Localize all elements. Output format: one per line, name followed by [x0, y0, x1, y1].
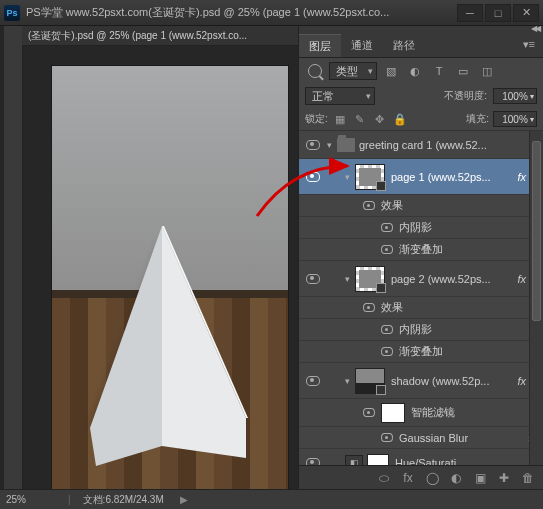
photoshop-app-icon: Ps [4, 5, 20, 21]
fill-input[interactable]: 100% [493, 111, 537, 127]
work-area: (圣诞贺卡).psd @ 25% (page 1 (www.52psxt.co.… [0, 26, 543, 489]
layer-thumbnail[interactable] [355, 266, 385, 292]
status-bar: 25% | 文档:6.82M/24.3M ▶ [0, 489, 543, 509]
link-layers-icon[interactable]: ⬭ [373, 469, 395, 487]
layer-mask-icon[interactable]: ◯ [421, 469, 443, 487]
filter-type-icon[interactable]: T [429, 62, 449, 80]
fx-row-gradient-overlay[interactable]: 渐变叠加 [299, 341, 543, 363]
visibility-eye-icon[interactable] [306, 376, 320, 386]
visibility-eye-icon[interactable] [381, 347, 393, 356]
tab-paths[interactable]: 路径 [383, 34, 425, 57]
document-size[interactable]: 文档:6.82M/24.3M [83, 493, 164, 507]
fill-label: 填充: [466, 112, 489, 126]
smart-object-badge-icon [376, 283, 386, 293]
adjustment-icon[interactable]: ◧ [345, 455, 363, 466]
fx-row-effects[interactable]: 效果 [299, 195, 543, 217]
layer-row-shadow[interactable]: ▾ shadow (www.52p... fx ˄ [299, 363, 543, 399]
effect-label: 内阴影 [399, 220, 432, 235]
fx-badge[interactable]: fx [517, 273, 526, 285]
layer-thumbnail[interactable] [355, 164, 385, 190]
lock-row: 锁定: ▦ ✎ ✥ 🔒 填充: 100% [299, 108, 543, 131]
lock-transparency-icon[interactable]: ▦ [332, 111, 348, 127]
fx-badge[interactable]: fx [517, 375, 526, 387]
layer-mask-thumbnail[interactable] [367, 454, 389, 466]
document-canvas[interactable] [52, 66, 288, 489]
visibility-eye-icon[interactable] [363, 201, 375, 210]
layer-thumbnail[interactable] [355, 368, 385, 394]
filter-adjust-icon[interactable]: ◐ [405, 62, 425, 80]
new-layer-icon[interactable]: ✚ [493, 469, 515, 487]
filter-row-gaussian[interactable]: Gaussian Blur ⚌ [299, 427, 543, 449]
disclosure-arrow-icon[interactable]: ▾ [327, 140, 337, 150]
layer-style-icon[interactable]: fx [397, 469, 419, 487]
filter-smart-icon[interactable]: ◫ [477, 62, 497, 80]
visibility-eye-icon[interactable] [306, 172, 320, 182]
window-titlebar: Ps PS学堂 www.52psxt.com(圣诞贺卡).psd @ 25% (… [0, 0, 543, 26]
panel-menu-icon[interactable]: ▾≡ [515, 34, 543, 57]
maximize-button[interactable]: □ [485, 4, 511, 22]
effect-label: 渐变叠加 [399, 242, 443, 257]
status-menu-arrow-icon[interactable]: ▶ [180, 494, 188, 505]
lock-pixels-icon[interactable]: ✎ [352, 111, 368, 127]
lock-all-icon[interactable]: 🔒 [392, 111, 408, 127]
layer-list: ▾ greeting card 1 (www.52... ▾ page 1 (w… [299, 131, 543, 465]
layer-label: page 2 (www.52ps... [391, 273, 515, 285]
layer-group-row[interactable]: ▾ greeting card 1 (www.52... [299, 131, 543, 159]
fx-row-inner-shadow[interactable]: 内阴影 [299, 319, 543, 341]
new-group-icon[interactable]: ▣ [469, 469, 491, 487]
visibility-eye-icon[interactable] [306, 458, 320, 466]
adjustment-layer-icon[interactable]: ◐ [445, 469, 467, 487]
svg-marker-1 [90, 226, 162, 466]
delete-layer-icon[interactable]: 🗑 [517, 469, 539, 487]
disclosure-arrow-icon[interactable]: ▾ [345, 274, 355, 284]
visibility-eye-icon[interactable] [381, 325, 393, 334]
canvas-area: (圣诞贺卡).psd @ 25% (page 1 (www.52psxt.co.… [0, 26, 298, 489]
blend-mode-select[interactable]: 正常 [305, 87, 375, 105]
effect-label: 内阴影 [399, 322, 432, 337]
layer-scrollbar[interactable] [529, 131, 543, 465]
filter-pixel-icon[interactable]: ▧ [381, 62, 401, 80]
visibility-eye-icon[interactable] [306, 274, 320, 284]
window-controls: ─ □ ✕ [457, 4, 539, 22]
disclosure-arrow-icon[interactable]: ▾ [345, 172, 355, 182]
status-separator: | [68, 494, 71, 505]
tab-channels[interactable]: 通道 [341, 34, 383, 57]
blend-row: 正常 不透明度: 100% [299, 84, 543, 108]
filter-mask-thumbnail[interactable] [381, 403, 405, 423]
effects-label: 效果 [381, 198, 403, 213]
fx-row-inner-shadow[interactable]: 内阴影 [299, 217, 543, 239]
fx-row-effects[interactable]: 效果 [299, 297, 543, 319]
lock-label: 锁定: [305, 112, 328, 126]
filter-shape-icon[interactable]: ▭ [453, 62, 473, 80]
layer-label: page 1 (www.52ps... [391, 171, 515, 183]
layer-row-page1[interactable]: ▾ page 1 (www.52ps... fx ˄ [299, 159, 543, 195]
close-button[interactable]: ✕ [513, 4, 539, 22]
visibility-eye-icon[interactable] [381, 245, 393, 254]
panel-collapse-bar[interactable] [299, 26, 543, 34]
minimize-button[interactable]: ─ [457, 4, 483, 22]
visibility-eye-icon[interactable] [363, 408, 375, 417]
visibility-eye-icon[interactable] [363, 303, 375, 312]
fx-row-gradient-overlay[interactable]: 渐变叠加 [299, 239, 543, 261]
smart-filters-label: 智能滤镜 [411, 405, 455, 420]
visibility-eye-icon[interactable] [306, 140, 320, 150]
fx-badge[interactable]: fx [517, 171, 526, 183]
layer-row-huesat[interactable]: ◧ Hue/Saturati... [299, 449, 543, 465]
greeting-card-mockup [52, 66, 288, 489]
visibility-eye-icon[interactable] [381, 433, 393, 442]
document-tab[interactable]: (圣诞贺卡).psd @ 25% (page 1 (www.52psxt.co.… [22, 26, 298, 46]
visibility-eye-icon[interactable] [381, 223, 393, 232]
opacity-input[interactable]: 100% [493, 88, 537, 104]
filter-kind-select[interactable]: 类型 [329, 62, 377, 80]
disclosure-arrow-icon[interactable]: ▾ [345, 376, 355, 386]
tab-layers[interactable]: 图层 [299, 34, 341, 57]
layer-row-page2[interactable]: ▾ page 2 (www.52ps... fx ˄ [299, 261, 543, 297]
layers-panel: 图层 通道 路径 ▾≡ 类型 ▧ ◐ T ▭ ◫ 正常 不透明度: 100% 锁… [298, 26, 543, 489]
filter-kind-icon[interactable] [305, 62, 325, 80]
layer-label: Hue/Saturati... [395, 457, 539, 466]
scrollbar-thumb[interactable] [532, 141, 541, 321]
smart-filters-row[interactable]: 智能滤镜 [299, 399, 543, 427]
layer-label: shadow (www.52p... [391, 375, 515, 387]
lock-position-icon[interactable]: ✥ [372, 111, 388, 127]
zoom-level[interactable]: 25% [6, 494, 56, 505]
